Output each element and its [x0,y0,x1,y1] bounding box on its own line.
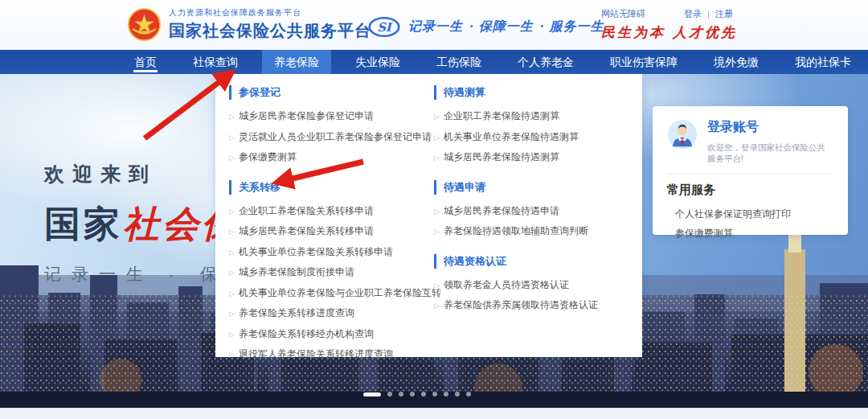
carousel-dot[interactable] [421,392,426,396]
menu-link[interactable]: ▷机关事业单位养老保险关系转移申请 [229,242,434,263]
menu-link-label: 养老保险关系转移经办机构查询 [239,328,374,339]
register-link[interactable]: 注册 [715,8,733,20]
menu-column-left: 参保登记 ▷城乡居民养老保险参保登记申请▷灵活就业人员企业职工养老保险参保登记申… [229,85,434,357]
si-logo-icon: SI [368,16,400,38]
triangle-icon: ▷ [229,134,235,142]
triangle-icon: ▷ [434,281,440,290]
footer-strip [0,408,868,419]
triangle-icon: ▷ [434,134,440,142]
menu-link-label: 领取养老金人员待遇资格认证 [444,279,569,290]
menu-link[interactable]: ▷机关事业单位养老保险与企业职工养老保险互转 [229,283,434,304]
menu-link[interactable]: ▷城乡居民养老保险待遇测算 [434,147,598,168]
menu-link-label: 企业职工养老保险待遇测算 [444,110,559,121]
menu-link[interactable]: ▷养老保险关系转移经办机构查询 [229,324,434,345]
nav-item[interactable]: 个人养老金 [506,50,586,74]
nav-item[interactable]: 我的社保卡 [783,50,863,74]
page: 人力资源和社会保障政务服务平台 国家社会保险公共服务平台 SI 记录一生 · 保… [0,0,868,419]
menu-link[interactable]: ▷参保缴费测算 [229,147,434,168]
nav-item[interactable]: 首页 [122,50,169,74]
platform-subtitle: 人力资源和社会保障政务服务平台 [169,7,371,18]
menu-section-registration: 参保登记 ▷城乡居民养老保险参保登记申请▷灵活就业人员企业职工养老保险参保登记申… [229,85,434,168]
nav-item[interactable]: 工伤保险 [424,50,493,74]
menu-link[interactable]: ▷企业职工养老保险关系转移申请 [229,201,434,222]
menu-link-label: 参保缴费测算 [239,151,297,162]
national-emblem-icon [127,7,162,42]
carousel-dot[interactable] [466,392,471,396]
login-account-link[interactable]: 登录账号 [707,119,833,136]
menu-link-label: 企业职工养老保险关系转移申请 [239,205,374,216]
menu-column-right: 待遇测算 ▷企业职工养老保险待遇测算▷机关事业单位养老保险待遇测算▷城乡居民养老… [434,85,598,357]
site-logo[interactable]: 人力资源和社会保障政务服务平台 国家社会保险公共服务平台 [127,7,371,42]
menu-link[interactable]: ▷城乡居民养老保险参保登记申请 [229,106,434,127]
menu-section-certification: 待遇资格认证 ▷领取养老金人员待遇资格认证▷养老保险供养亲属领取待遇资格认证 [434,254,598,316]
menu-link-label: 城乡居民养老保险待遇申请 [444,205,559,216]
nav-item[interactable]: 境外免缴 [702,50,771,74]
menu-section-transfer: 关系转移 ▷企业职工养老保险关系转移申请▷城乡居民养老保险关系转移申请▷机关事业… [229,180,434,365]
carousel-dot[interactable] [410,392,415,396]
carousel-dot[interactable] [432,392,437,396]
service-link[interactable]: 个人社保参保证明查询打印 [667,204,833,224]
menu-link-label: 养老保险供养亲属领取待遇资格认证 [444,299,598,310]
common-services-title: 常用服务 [667,183,833,198]
carousel-dot[interactable] [399,392,403,396]
logo-text: 人力资源和社会保障政务服务平台 国家社会保险公共服务平台 [169,7,371,42]
menu-link-label: 养老保险待遇领取地辅助查询判断 [444,225,588,236]
menu-link-label: 城乡居民养老保险待遇测算 [444,151,559,162]
menu-link[interactable]: ▷城乡居民养老保险关系转移申请 [229,221,434,242]
triangle-icon: ▷ [434,154,440,162]
login-welcome-text: 欢迎您，登录国家社会保险公共服务平台! [707,142,833,164]
nav-item[interactable]: 养老保险 [262,50,331,74]
header-links: 网站无障碍 登录 注册 民生为本 人才优先 [601,8,858,42]
hero-banner: 欢迎来到 国家社会保险 记录一生 · 保障一生 · 服务一生 参保登记 ▷城乡居… [0,74,868,408]
triangle-icon: ▷ [229,310,235,318]
ministry-slogan: 民生为本 人才优先 [601,23,858,42]
menu-link[interactable]: ▷灵活就业人员企业职工养老保险参保登记申请 [229,127,434,148]
triangle-icon: ▷ [229,331,235,339]
section-title: 关系转移 [229,180,434,195]
triangle-icon: ▷ [229,249,235,257]
section-title: 待遇测算 [434,85,598,100]
triangle-icon: ▷ [229,207,235,216]
triangle-icon: ▷ [434,228,440,236]
menu-section-calculation: 待遇测算 ▷企业职工养老保险待遇测算▷机关事业单位养老保险待遇测算▷城乡居民养老… [434,85,598,168]
triangle-icon: ▷ [229,154,235,162]
menu-link-label: 机关事业单位养老保险待遇测算 [444,131,579,142]
menu-link[interactable]: ▷企业职工养老保险待遇测算 [434,106,598,127]
service-link[interactable]: 参保缴费测算 [667,224,833,243]
carousel-dot[interactable] [363,392,381,396]
triangle-icon: ▷ [229,269,235,277]
divider [667,174,833,175]
triangle-icon: ▷ [434,113,440,121]
carousel-dot[interactable] [387,392,392,396]
banner-title-dark: 国家 [44,203,123,244]
section-items: ▷城乡居民养老保险参保登记申请▷灵活就业人员企业职工养老保险参保登记申请▷参保缴… [229,106,434,168]
nav-item[interactable]: 失业保险 [343,50,412,74]
menu-link[interactable]: ▷养老保险待遇领取地辅助查询判断 [434,221,598,242]
menu-link[interactable]: ▷领取养老金人员待遇资格认证 [434,275,598,296]
menu-link[interactable]: ▷城乡居民养老保险待遇申请 [434,201,598,222]
section-items: ▷城乡居民养老保险待遇申请▷养老保险待遇领取地辅助查询判断 [434,201,598,242]
menu-link[interactable]: ▷城乡养老保险制度衔接申请 [229,262,434,283]
section-items: ▷企业职工养老保险待遇测算▷机关事业单位养老保险待遇测算▷城乡居民养老保险待遇测… [434,106,598,168]
login-link[interactable]: 登录 [684,8,702,20]
menu-link[interactable]: ▷养老保险供养亲属领取待遇资格认证 [434,295,598,316]
divider [708,10,709,18]
carousel-dot[interactable] [455,392,460,396]
nav-item[interactable]: 社保查询 [181,50,250,74]
menu-link-label: 城乡居民养老保险关系转移申请 [239,225,374,236]
triangle-icon: ▷ [434,302,440,310]
nav-item[interactable]: 职业伤害保障 [598,50,690,74]
section-items: ▷企业职工养老保险关系转移申请▷城乡居民养老保险关系转移申请▷机关事业单位养老保… [229,201,434,365]
menu-link[interactable]: ▷退役军人养老保险关系转移进度查询 [229,344,434,365]
menu-link-label: 城乡居民养老保险参保登记申请 [239,110,374,121]
menu-link[interactable]: ▷机关事业单位养老保险待遇测算 [434,127,598,148]
menu-link-label: 机关事业单位养老保险关系转移申请 [239,246,393,257]
accessibility-link[interactable]: 网站无障碍 [601,8,645,20]
section-title: 待遇资格认证 [434,254,598,269]
main-nav: 首页 社保查询 养老保险 失业保险 工伤保险 个人养老金 职业伤害保障 境外免缴… [0,50,868,74]
menu-section-application: 待遇申请 ▷城乡居民养老保险待遇申请▷养老保险待遇领取地辅助查询判断 [434,180,598,242]
carousel-dot[interactable] [444,392,448,396]
menu-link-label: 灵活就业人员企业职工养老保险参保登记申请 [239,131,432,142]
menu-link-label: 机关事业单位养老保险与企业职工养老保险互转 [239,287,441,298]
menu-link[interactable]: ▷养老保险关系转移进度查询 [229,303,434,324]
